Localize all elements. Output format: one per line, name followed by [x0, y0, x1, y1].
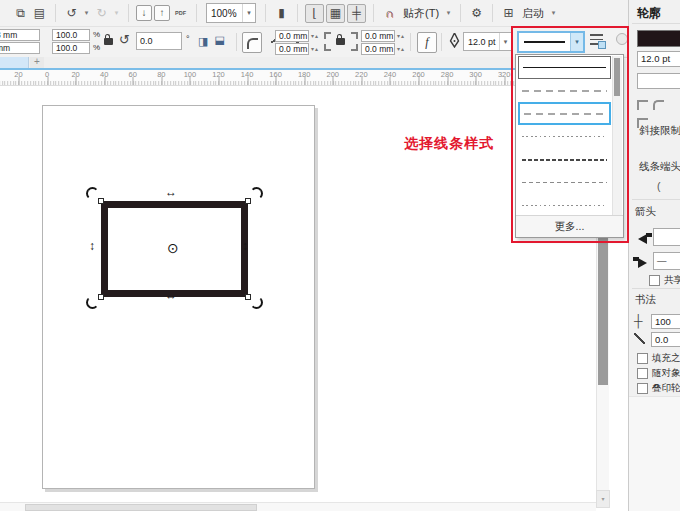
drawing-page[interactable] — [42, 105, 315, 489]
spinner-icon[interactable]: ▾▴ — [397, 32, 405, 39]
docker-checkbox-0[interactable]: 填充之后 — [637, 352, 680, 365]
show-guidelines-icon[interactable]: ╪ — [347, 4, 366, 23]
line-style-option-solid[interactable] — [518, 56, 611, 79]
line-style-option-dash-dense[interactable] — [518, 148, 611, 171]
spinner-icon[interactable]: ▾▴ — [397, 45, 405, 52]
rotation-angle-field[interactable]: 0.0 — [136, 32, 182, 50]
round-join-icon[interactable] — [653, 100, 664, 110]
line-style-option-dot-fine[interactable] — [518, 125, 611, 148]
import-icon[interactable]: ↓ — [136, 5, 152, 21]
export-icon[interactable]: ↑ — [154, 5, 170, 21]
docker-checkbox-1[interactable]: 随对象缩放 — [637, 367, 680, 380]
ruler-number: 300 — [469, 70, 482, 79]
arrow-end-combo[interactable]: — — [653, 252, 680, 270]
line-style-option-dash-fine[interactable] — [518, 171, 611, 194]
redo-caret[interactable]: ▾ — [112, 9, 121, 17]
scale-x-field[interactable]: 100.0 — [52, 29, 90, 41]
app-launcher-icon[interactable]: ⊞ — [500, 5, 517, 22]
fullscreen-preview-icon[interactable]: ▮ — [273, 5, 290, 22]
object-height-field[interactable]: mm — [0, 42, 40, 54]
arrow-start-icon — [633, 230, 647, 248]
arrows-label: 箭头 — [635, 205, 656, 219]
corner-radius-br-field[interactable]: 0.0 mm — [361, 43, 395, 55]
undo-icon[interactable]: ↺ — [63, 5, 80, 22]
ruler-number: 100 — [184, 70, 197, 79]
corner-radius-tr-field[interactable]: 0.0 mm — [361, 30, 395, 42]
arrow-start-combo[interactable] — [653, 228, 680, 246]
corner-node[interactable] — [98, 294, 104, 300]
paste-icon[interactable]: ▤ — [31, 5, 48, 22]
arrow-end-icon — [633, 254, 652, 272]
scale-y-percent-label: % — [93, 43, 100, 52]
skew-vertical-handle[interactable]: ↕ — [242, 240, 248, 252]
outline-settings-icon[interactable] — [590, 34, 603, 46]
corner-node[interactable] — [245, 198, 251, 204]
calligraphy-label: 书法 — [635, 293, 656, 307]
dropdown-scrollbar-thumb[interactable] — [614, 58, 620, 96]
add-page-button[interactable]: + — [30, 57, 44, 68]
launch-menu[interactable]: 启动 — [519, 6, 547, 21]
outline-width-field[interactable]: 12.0 pt — [637, 51, 680, 67]
snap-magnet-icon[interactable]: ∩ — [381, 5, 398, 22]
publish-pdf-icon[interactable]: PDF — [172, 5, 189, 22]
ruler-number: 0 — [45, 70, 49, 79]
show-rulers-icon[interactable]: ⌊ — [305, 4, 324, 23]
share-attributes-checkbox[interactable]: 共享属性 — [649, 274, 680, 287]
line-style-option-dot-fine-2[interactable] — [518, 194, 611, 217]
copy-icon[interactable]: ⧉ — [12, 5, 29, 22]
launch-caret[interactable]: ▾ — [549, 9, 558, 17]
outline-width-combo[interactable]: 12.0 pt▾ — [463, 32, 512, 51]
lock-ratio-icon[interactable] — [104, 38, 113, 45]
spinner-icon[interactable]: ▾▴ — [311, 32, 319, 39]
mirror-vertical-icon[interactable]: ◨ — [214, 36, 228, 46]
line-style-combo[interactable]: ▾ — [517, 31, 585, 53]
fillet-scallop-chamfer-button[interactable]: f — [417, 32, 437, 53]
line-style-option-dash-long[interactable] — [518, 79, 611, 102]
corner-node[interactable] — [98, 198, 104, 204]
zoom-level-combo[interactable]: 100%▾ — [206, 3, 256, 23]
skew-vertical-handle[interactable]: ↕ — [89, 240, 95, 252]
corner-tr-icon — [351, 32, 358, 39]
dropdown-scrollbar[interactable] — [612, 56, 622, 216]
outline-style-field[interactable] — [637, 73, 680, 89]
horizontal-scrollbar-thumb[interactable] — [25, 504, 257, 511]
ruler-number: 120 — [212, 70, 225, 79]
corner-tl-icon — [324, 32, 331, 39]
mirror-horizontal-icon[interactable]: ◨ — [198, 34, 208, 48]
docker-checkbox-2[interactable]: 叠印轮廓 — [637, 382, 680, 395]
corner-radius-bl-field[interactable]: 0.0 mm — [275, 43, 309, 55]
undo-caret[interactable]: ▾ — [82, 9, 91, 17]
line-style-combo-arrow[interactable]: ▾ — [570, 33, 583, 51]
miter-limit-label: 斜接限制 — [639, 124, 680, 138]
miter-join-icon[interactable] — [637, 100, 648, 110]
ruler-number: 200 — [327, 70, 340, 79]
skew-horizontal-handle[interactable]: ↔ — [165, 186, 177, 198]
snap-caret[interactable]: ▾ — [444, 9, 453, 17]
scale-x-percent-label: % — [93, 30, 100, 39]
rotate-handle[interactable] — [86, 296, 99, 309]
stretch-field[interactable]: 100 — [651, 314, 680, 329]
nib-angle-field[interactable]: 0.0 — [651, 332, 680, 347]
page-tab[interactable] — [0, 57, 29, 68]
skew-horizontal-handle[interactable]: ↔ — [165, 289, 177, 301]
snap-menu[interactable]: 贴齐(T) — [400, 6, 442, 21]
spinner-icon[interactable]: ▾▴ — [311, 45, 319, 52]
more-styles-button[interactable]: 更多... — [516, 215, 623, 237]
scale-y-field[interactable]: 100.0 — [52, 42, 90, 54]
round-corner-button[interactable] — [242, 32, 262, 53]
rotate-handle[interactable] — [250, 187, 263, 200]
ruler-number: 260 — [412, 70, 425, 79]
redo-icon[interactable]: ↻ — [93, 5, 110, 22]
options-gear-icon[interactable]: ⚙ — [468, 5, 485, 22]
rotate-handle[interactable] — [86, 187, 99, 200]
ruler-number: 80 — [157, 70, 165, 79]
corner-radius-tl-field[interactable]: 0.0 mm — [275, 30, 309, 42]
rotation-center-marker[interactable]: ⊙ — [167, 241, 179, 255]
ruler-number: 20 — [14, 70, 22, 79]
outline-color-swatch[interactable] — [637, 30, 680, 47]
show-grid-icon[interactable]: ▦ — [326, 4, 345, 23]
rotate-handle[interactable] — [250, 296, 263, 309]
object-width-field[interactable]: 3 mm — [0, 29, 40, 41]
lock-corner-radius-icon[interactable] — [336, 38, 345, 45]
line-style-option-dash-long-hover[interactable] — [518, 102, 611, 125]
